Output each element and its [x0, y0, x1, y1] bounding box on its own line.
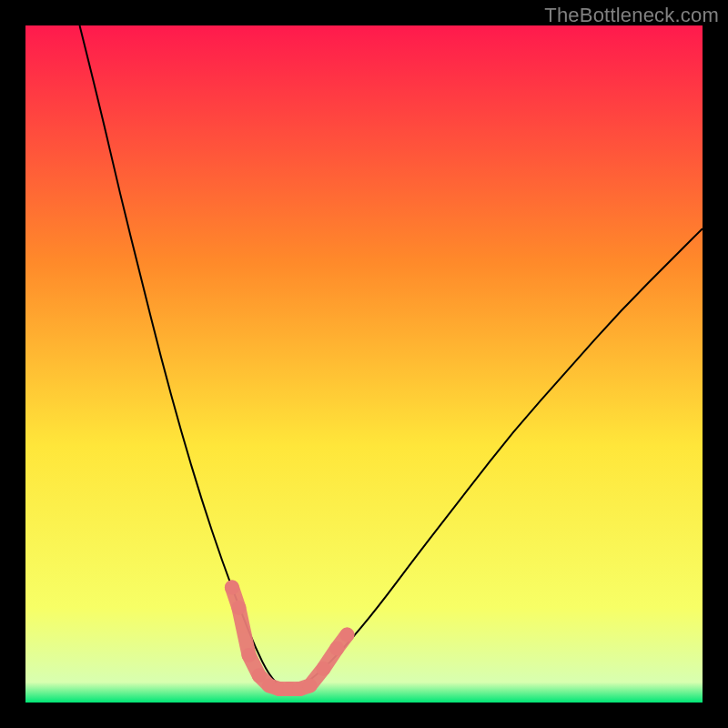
watermark-label: TheBottleneck.com [544, 4, 719, 27]
marker-point [225, 581, 239, 595]
marker-point [231, 601, 246, 615]
bottleneck-chart: TheBottleneck.com [0, 0, 728, 728]
plot-canvas [0, 0, 728, 728]
marker-point [316, 662, 330, 676]
marker-point [329, 641, 344, 655]
marker-point [302, 678, 317, 693]
marker-point [339, 628, 354, 642]
marker-point [242, 648, 257, 662]
svg-rect-1 [25, 25, 703, 703]
